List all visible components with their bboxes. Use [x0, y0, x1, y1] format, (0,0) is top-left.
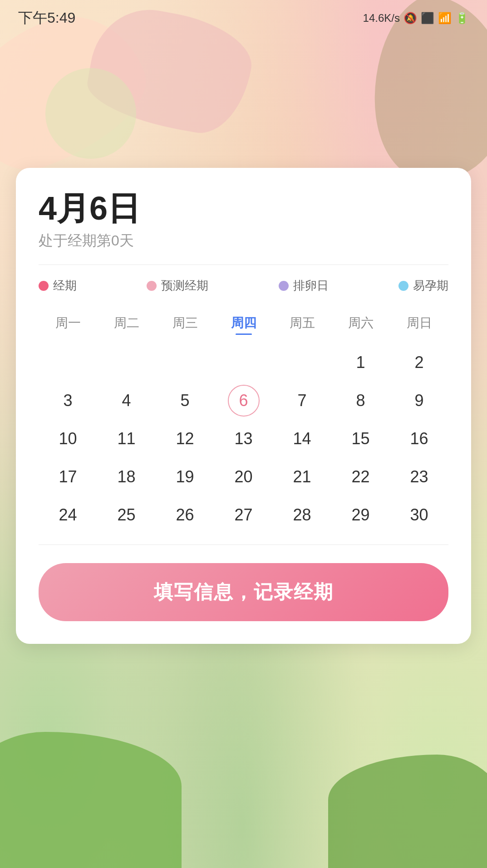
- battery-icon: 🔋: [455, 12, 469, 25]
- calendar-header: 周一 周二 周三 周四 周五 周六 周日: [39, 310, 448, 339]
- calendar-day-24[interactable]: 24: [52, 499, 84, 531]
- calendar-day-20[interactable]: 20: [228, 461, 260, 493]
- calendar-day-4[interactable]: 4: [111, 385, 143, 417]
- card-date: 4月6日: [39, 191, 448, 226]
- calendar-day-14[interactable]: 14: [286, 423, 318, 455]
- calendar-day-25[interactable]: 25: [111, 499, 143, 531]
- legend-dot-predicted: [147, 281, 157, 291]
- calendar-day-3[interactable]: 3: [52, 385, 84, 417]
- legend-ovulation: 排卵日: [279, 278, 329, 294]
- calendar-day-22[interactable]: 22: [345, 461, 377, 493]
- status-icons: 14.6K/s 🔕 ⬛ 📶 🔋: [363, 12, 469, 25]
- weekday-6: 周日: [390, 310, 448, 339]
- weekday-4: 周五: [273, 310, 331, 339]
- status-time: 下午5:49: [18, 8, 75, 28]
- network-speed: 14.6K/s: [363, 12, 400, 25]
- calendar-day-29[interactable]: 29: [345, 499, 377, 531]
- bg-blob-4: [45, 68, 136, 159]
- legend-dot-period: [39, 281, 49, 291]
- calendar-day-2[interactable]: 2: [403, 347, 435, 378]
- legend-label-fertile: 易孕期: [413, 278, 448, 294]
- card-subtitle: 处于经期第0天: [39, 231, 448, 251]
- calendar-day-9[interactable]: 9: [403, 385, 435, 417]
- calendar-day-28[interactable]: 28: [286, 499, 318, 531]
- calendar-day-1[interactable]: 1: [345, 347, 377, 378]
- calendar-day-12[interactable]: 12: [169, 423, 201, 455]
- calendar-day-11[interactable]: 11: [111, 423, 143, 455]
- weekday-3: 周四: [214, 310, 273, 339]
- weekday-0: 周一: [39, 310, 97, 339]
- calendar-day-15[interactable]: 15: [345, 423, 377, 455]
- calendar-day-10[interactable]: 10: [52, 423, 84, 455]
- calendar-day-19[interactable]: 19: [169, 461, 201, 493]
- calendar-day-8[interactable]: 8: [345, 385, 377, 417]
- calendar-day-5[interactable]: 5: [169, 385, 201, 417]
- calendar-day-13[interactable]: 13: [228, 423, 260, 455]
- weekday-1: 周二: [97, 310, 156, 339]
- weekday-2: 周三: [156, 310, 214, 339]
- legend-label-ovulation: 排卵日: [293, 278, 329, 294]
- legend-period: 经期: [39, 278, 77, 294]
- top-divider: [39, 265, 448, 265]
- legend-dot-ovulation: [279, 281, 289, 291]
- calendar-day-18[interactable]: 18: [111, 461, 143, 493]
- calendar-day-17[interactable]: 17: [52, 461, 84, 493]
- calendar-day-7[interactable]: 7: [286, 385, 318, 417]
- legend-dot-fertile: [398, 281, 408, 291]
- calendar-day-30[interactable]: 30: [403, 499, 435, 531]
- legend-fertile: 易孕期: [398, 278, 448, 294]
- legend-label-period: 经期: [53, 278, 77, 294]
- wifi-icon: 📶: [438, 12, 452, 25]
- cta-button[interactable]: 填写信息，记录经期: [39, 563, 448, 621]
- calendar-day-6[interactable]: 6: [228, 385, 260, 417]
- bg-blob-green2: [328, 755, 487, 868]
- screen-record-icon: ⬛: [421, 12, 434, 25]
- weekday-5: 周六: [331, 310, 390, 339]
- calendar-grid: 1234567891011121314151617181920212223242…: [39, 347, 448, 531]
- legend-label-predicted: 预测经期: [161, 278, 208, 294]
- calendar-day-16[interactable]: 16: [403, 423, 435, 455]
- main-card: 4月6日 处于经期第0天 经期 预测经期 排卵日 易孕期 周一 周二 周三 周四…: [16, 168, 471, 644]
- status-bar: 下午5:49 14.6K/s 🔕 ⬛ 📶 🔋: [0, 0, 487, 36]
- bottom-divider: [39, 544, 448, 545]
- calendar-day-23[interactable]: 23: [403, 461, 435, 493]
- calendar-day-26[interactable]: 26: [169, 499, 201, 531]
- mute-icon: 🔕: [403, 12, 417, 25]
- legend-predicted: 预测经期: [147, 278, 208, 294]
- calendar-day-21[interactable]: 21: [286, 461, 318, 493]
- calendar-day-27[interactable]: 27: [228, 499, 260, 531]
- legend: 经期 预测经期 排卵日 易孕期: [39, 278, 448, 294]
